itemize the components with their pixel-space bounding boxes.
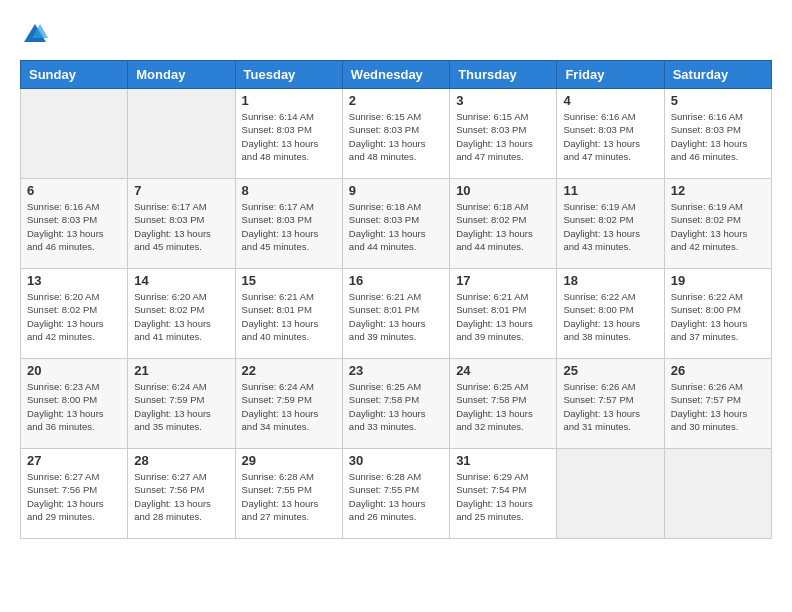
- day-of-week-header: Saturday: [664, 61, 771, 89]
- day-number: 17: [456, 273, 550, 288]
- day-number: 30: [349, 453, 443, 468]
- day-number: 4: [563, 93, 657, 108]
- page-header: [20, 20, 772, 50]
- calendar-week-row: 27Sunrise: 6:27 AM Sunset: 7:56 PM Dayli…: [21, 449, 772, 539]
- day-info: Sunrise: 6:15 AM Sunset: 8:03 PM Dayligh…: [456, 110, 550, 163]
- day-info: Sunrise: 6:16 AM Sunset: 8:03 PM Dayligh…: [563, 110, 657, 163]
- day-number: 26: [671, 363, 765, 378]
- calendar-day-cell: 26Sunrise: 6:26 AM Sunset: 7:57 PM Dayli…: [664, 359, 771, 449]
- calendar-day-cell: 10Sunrise: 6:18 AM Sunset: 8:02 PM Dayli…: [450, 179, 557, 269]
- day-info: Sunrise: 6:28 AM Sunset: 7:55 PM Dayligh…: [242, 470, 336, 523]
- calendar-day-cell: 6Sunrise: 6:16 AM Sunset: 8:03 PM Daylig…: [21, 179, 128, 269]
- day-info: Sunrise: 6:27 AM Sunset: 7:56 PM Dayligh…: [134, 470, 228, 523]
- day-number: 2: [349, 93, 443, 108]
- calendar-day-cell: 23Sunrise: 6:25 AM Sunset: 7:58 PM Dayli…: [342, 359, 449, 449]
- day-number: 9: [349, 183, 443, 198]
- calendar-day-cell: 22Sunrise: 6:24 AM Sunset: 7:59 PM Dayli…: [235, 359, 342, 449]
- calendar-day-cell: 20Sunrise: 6:23 AM Sunset: 8:00 PM Dayli…: [21, 359, 128, 449]
- day-info: Sunrise: 6:19 AM Sunset: 8:02 PM Dayligh…: [671, 200, 765, 253]
- logo-icon: [20, 20, 50, 50]
- day-number: 10: [456, 183, 550, 198]
- calendar-day-cell: 7Sunrise: 6:17 AM Sunset: 8:03 PM Daylig…: [128, 179, 235, 269]
- calendar-table: SundayMondayTuesdayWednesdayThursdayFrid…: [20, 60, 772, 539]
- day-info: Sunrise: 6:25 AM Sunset: 7:58 PM Dayligh…: [349, 380, 443, 433]
- calendar-day-cell: 1Sunrise: 6:14 AM Sunset: 8:03 PM Daylig…: [235, 89, 342, 179]
- day-info: Sunrise: 6:20 AM Sunset: 8:02 PM Dayligh…: [134, 290, 228, 343]
- calendar-day-cell: 17Sunrise: 6:21 AM Sunset: 8:01 PM Dayli…: [450, 269, 557, 359]
- day-of-week-header: Wednesday: [342, 61, 449, 89]
- day-info: Sunrise: 6:27 AM Sunset: 7:56 PM Dayligh…: [27, 470, 121, 523]
- calendar-day-cell: 15Sunrise: 6:21 AM Sunset: 8:01 PM Dayli…: [235, 269, 342, 359]
- day-number: 28: [134, 453, 228, 468]
- calendar-day-cell: 11Sunrise: 6:19 AM Sunset: 8:02 PM Dayli…: [557, 179, 664, 269]
- day-number: 20: [27, 363, 121, 378]
- day-info: Sunrise: 6:22 AM Sunset: 8:00 PM Dayligh…: [671, 290, 765, 343]
- calendar-day-cell: [557, 449, 664, 539]
- calendar-day-cell: [128, 89, 235, 179]
- logo: [20, 20, 54, 50]
- calendar-day-cell: 29Sunrise: 6:28 AM Sunset: 7:55 PM Dayli…: [235, 449, 342, 539]
- day-number: 7: [134, 183, 228, 198]
- day-of-week-header: Sunday: [21, 61, 128, 89]
- calendar-day-cell: 28Sunrise: 6:27 AM Sunset: 7:56 PM Dayli…: [128, 449, 235, 539]
- calendar-day-cell: 16Sunrise: 6:21 AM Sunset: 8:01 PM Dayli…: [342, 269, 449, 359]
- calendar-day-cell: 9Sunrise: 6:18 AM Sunset: 8:03 PM Daylig…: [342, 179, 449, 269]
- day-number: 18: [563, 273, 657, 288]
- day-number: 23: [349, 363, 443, 378]
- day-number: 21: [134, 363, 228, 378]
- day-number: 16: [349, 273, 443, 288]
- day-number: 24: [456, 363, 550, 378]
- day-info: Sunrise: 6:24 AM Sunset: 7:59 PM Dayligh…: [134, 380, 228, 433]
- day-number: 8: [242, 183, 336, 198]
- day-info: Sunrise: 6:24 AM Sunset: 7:59 PM Dayligh…: [242, 380, 336, 433]
- day-number: 27: [27, 453, 121, 468]
- calendar-day-cell: 27Sunrise: 6:27 AM Sunset: 7:56 PM Dayli…: [21, 449, 128, 539]
- calendar-day-cell: 3Sunrise: 6:15 AM Sunset: 8:03 PM Daylig…: [450, 89, 557, 179]
- day-info: Sunrise: 6:26 AM Sunset: 7:57 PM Dayligh…: [671, 380, 765, 433]
- day-info: Sunrise: 6:22 AM Sunset: 8:00 PM Dayligh…: [563, 290, 657, 343]
- day-info: Sunrise: 6:21 AM Sunset: 8:01 PM Dayligh…: [349, 290, 443, 343]
- calendar-day-cell: 19Sunrise: 6:22 AM Sunset: 8:00 PM Dayli…: [664, 269, 771, 359]
- day-number: 15: [242, 273, 336, 288]
- day-info: Sunrise: 6:17 AM Sunset: 8:03 PM Dayligh…: [134, 200, 228, 253]
- calendar-day-cell: [21, 89, 128, 179]
- calendar-day-cell: 14Sunrise: 6:20 AM Sunset: 8:02 PM Dayli…: [128, 269, 235, 359]
- day-info: Sunrise: 6:18 AM Sunset: 8:03 PM Dayligh…: [349, 200, 443, 253]
- day-number: 12: [671, 183, 765, 198]
- day-info: Sunrise: 6:14 AM Sunset: 8:03 PM Dayligh…: [242, 110, 336, 163]
- day-info: Sunrise: 6:21 AM Sunset: 8:01 PM Dayligh…: [242, 290, 336, 343]
- day-number: 6: [27, 183, 121, 198]
- day-info: Sunrise: 6:29 AM Sunset: 7:54 PM Dayligh…: [456, 470, 550, 523]
- day-info: Sunrise: 6:28 AM Sunset: 7:55 PM Dayligh…: [349, 470, 443, 523]
- calendar-header-row: SundayMondayTuesdayWednesdayThursdayFrid…: [21, 61, 772, 89]
- calendar-day-cell: 5Sunrise: 6:16 AM Sunset: 8:03 PM Daylig…: [664, 89, 771, 179]
- day-of-week-header: Friday: [557, 61, 664, 89]
- day-info: Sunrise: 6:23 AM Sunset: 8:00 PM Dayligh…: [27, 380, 121, 433]
- day-of-week-header: Monday: [128, 61, 235, 89]
- day-info: Sunrise: 6:25 AM Sunset: 7:58 PM Dayligh…: [456, 380, 550, 433]
- calendar-week-row: 6Sunrise: 6:16 AM Sunset: 8:03 PM Daylig…: [21, 179, 772, 269]
- day-number: 25: [563, 363, 657, 378]
- day-info: Sunrise: 6:17 AM Sunset: 8:03 PM Dayligh…: [242, 200, 336, 253]
- day-number: 19: [671, 273, 765, 288]
- day-info: Sunrise: 6:21 AM Sunset: 8:01 PM Dayligh…: [456, 290, 550, 343]
- day-info: Sunrise: 6:16 AM Sunset: 8:03 PM Dayligh…: [671, 110, 765, 163]
- day-info: Sunrise: 6:19 AM Sunset: 8:02 PM Dayligh…: [563, 200, 657, 253]
- calendar-week-row: 13Sunrise: 6:20 AM Sunset: 8:02 PM Dayli…: [21, 269, 772, 359]
- day-number: 3: [456, 93, 550, 108]
- calendar-day-cell: 13Sunrise: 6:20 AM Sunset: 8:02 PM Dayli…: [21, 269, 128, 359]
- calendar-day-cell: [664, 449, 771, 539]
- day-number: 1: [242, 93, 336, 108]
- calendar-day-cell: 31Sunrise: 6:29 AM Sunset: 7:54 PM Dayli…: [450, 449, 557, 539]
- day-number: 22: [242, 363, 336, 378]
- day-of-week-header: Tuesday: [235, 61, 342, 89]
- day-number: 11: [563, 183, 657, 198]
- calendar-week-row: 1Sunrise: 6:14 AM Sunset: 8:03 PM Daylig…: [21, 89, 772, 179]
- calendar-day-cell: 4Sunrise: 6:16 AM Sunset: 8:03 PM Daylig…: [557, 89, 664, 179]
- day-number: 31: [456, 453, 550, 468]
- day-info: Sunrise: 6:16 AM Sunset: 8:03 PM Dayligh…: [27, 200, 121, 253]
- day-number: 13: [27, 273, 121, 288]
- day-number: 5: [671, 93, 765, 108]
- day-info: Sunrise: 6:20 AM Sunset: 8:02 PM Dayligh…: [27, 290, 121, 343]
- calendar-day-cell: 8Sunrise: 6:17 AM Sunset: 8:03 PM Daylig…: [235, 179, 342, 269]
